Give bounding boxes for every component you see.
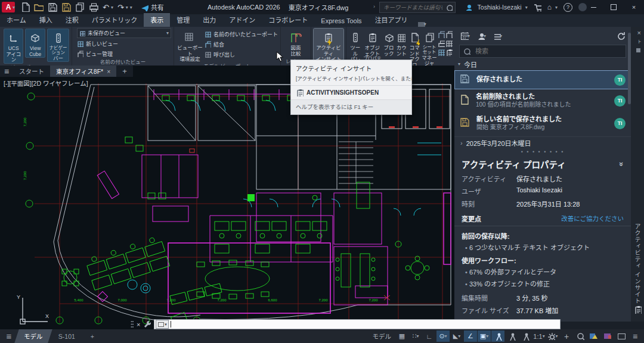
tab-manage[interactable]: 管理: [170, 13, 196, 27]
palette-extra-icon-6[interactable]: [445, 49, 453, 56]
annotation-autoscale-toggle[interactable]: [505, 330, 518, 342]
tab-home[interactable]: ホーム: [0, 13, 33, 27]
date-filter-button[interactable]: ▾: [460, 32, 470, 40]
command-grip-icon[interactable]: [131, 320, 134, 328]
command-customize-wrench-icon[interactable]: [143, 320, 151, 328]
scale-value-button[interactable]: 1:1▾: [532, 330, 546, 342]
palette-search[interactable]: [459, 45, 626, 58]
signin-user-icon[interactable]: [465, 4, 472, 11]
tab-express-tools[interactable]: Express Tools: [314, 15, 368, 27]
command-input[interactable]: ▾: [154, 319, 561, 329]
named-viewports-button[interactable]: 名前の付いたビューポート: [205, 30, 278, 39]
palette-properties-icon[interactable]: [636, 48, 640, 52]
annotation-visibility-toggle[interactable]: [491, 330, 504, 342]
open-folder-icon[interactable]: [34, 2, 44, 12]
tab-annotate[interactable]: 注釈: [59, 13, 85, 27]
annotation-scale-button[interactable]: [519, 330, 532, 342]
ribbon-display-toggle[interactable]: ▾: [418, 21, 426, 27]
collapse-section-icon[interactable]: »: [617, 161, 626, 166]
layout-tab-model[interactable]: モデル: [14, 329, 52, 343]
restore-button[interactable]: [603, 0, 624, 14]
drawing-compare-button[interactable]: 図面比較: [283, 29, 308, 57]
isolate-objects-button[interactable]: [574, 330, 587, 342]
activity-item-saved-as[interactable]: 新しい名前で保存されました 開始 東京オフィス8F.dwg TI: [454, 112, 631, 135]
tab-output[interactable]: 出力: [196, 13, 222, 27]
viewport-controls-label[interactable]: [-][平面図][2D ワイヤフレーム]: [4, 79, 88, 88]
view-manager-button[interactable]: ビュー管理: [77, 49, 113, 58]
tab-parametric[interactable]: パラメトリック: [85, 13, 144, 27]
save-icon[interactable]: [48, 2, 57, 12]
ortho-mode-toggle[interactable]: ∟: [423, 330, 436, 342]
palette-extra-icon-4[interactable]: [445, 31, 453, 38]
view-dropdown[interactable]: 未保存のビュー ▾: [77, 28, 171, 38]
snap-mode-toggle[interactable]: ∷▾: [409, 330, 422, 342]
status-bar-menu-icon[interactable]: ≡: [628, 330, 642, 342]
redo-chevron-icon[interactable]: ▾: [126, 5, 128, 10]
model-space-label[interactable]: モデル: [373, 332, 392, 341]
tab-insert[interactable]: 挿入: [33, 13, 59, 27]
autodesk-menu-chevron-icon[interactable]: ▾: [555, 5, 558, 10]
file-tab-start[interactable]: スタート: [13, 66, 50, 77]
ucs-icon-button[interactable]: UCSアイコン: [4, 29, 23, 64]
batch-plot-icon[interactable]: [75, 2, 85, 12]
layout-tab-s101[interactable]: S-101: [49, 329, 85, 343]
grid-display-toggle[interactable]: ▦: [395, 330, 408, 342]
minimize-button[interactable]: [583, 0, 603, 14]
refresh-button[interactable]: [617, 32, 625, 40]
tab-addins[interactable]: アドイン: [222, 13, 262, 27]
palette-extra-icon-3[interactable]: [438, 49, 445, 56]
clean-screen-button[interactable]: [615, 330, 628, 342]
activity-insights-button[interactable]: アクティビティインサイト: [314, 29, 343, 63]
app-store-cart-icon[interactable]: [534, 4, 541, 11]
close-button[interactable]: ×: [624, 0, 644, 14]
viewport-configuration-button[interactable]: ビューポート環境設定: [177, 29, 203, 63]
event-filter-button[interactable]: ▾: [493, 32, 502, 40]
file-tab-document[interactable]: 東京オフィス8F* ×: [50, 66, 116, 77]
activity-item-purged[interactable]: 名前削除されました 100 個の項目が名前削除されました TI: [454, 89, 631, 112]
search-icon[interactable]: [446, 4, 453, 11]
count-palette-button[interactable]: カウント: [395, 29, 407, 57]
join-viewports-button[interactable]: 結合: [205, 40, 278, 49]
activity-item-saved[interactable]: 保存されました TI: [454, 70, 631, 89]
help-icon[interactable]: ?: [564, 3, 572, 12]
palette-extra-icon-2[interactable]: [438, 40, 445, 47]
workspace-switching-button[interactable]: ▾: [546, 330, 559, 342]
sheet-set-manager-button[interactable]: シート セットマネージャ: [422, 29, 437, 67]
polar-tracking-toggle[interactable]: ⊙▾: [436, 330, 450, 342]
tab-collaborate[interactable]: コラボレート: [262, 13, 314, 27]
user-name[interactable]: Toshiaki-Isezaki: [478, 4, 522, 11]
file-tab-close-icon[interactable]: ×: [107, 68, 110, 75]
recent-commands-button[interactable]: ▾: [156, 320, 169, 329]
object-snap-tracking-toggle[interactable]: ∠: [464, 330, 477, 342]
file-tab-menu-icon[interactable]: ≡: [0, 66, 13, 77]
app-menu-chevron-icon[interactable]: ▾: [13, 5, 15, 10]
file-tab-new-icon[interactable]: +: [116, 66, 133, 77]
palette-extra-icon-5[interactable]: [445, 40, 453, 47]
graphics-performance-button[interactable]: [587, 330, 600, 342]
palette-scrollbar[interactable]: [628, 33, 631, 104]
undo-icon[interactable]: ↶: [103, 4, 109, 11]
share-button[interactable]: 共有: [141, 2, 164, 12]
customization-button[interactable]: +: [560, 330, 573, 342]
palette-close-icon[interactable]: ×: [637, 29, 641, 36]
restore-viewports-button[interactable]: 呼び出し: [205, 50, 278, 59]
hardware-acceleration-button[interactable]: [601, 330, 614, 342]
palette-autohide-icon[interactable]: ⊦: [638, 39, 641, 45]
layout-tab-new-icon[interactable]: +: [81, 329, 104, 343]
view-cube-button[interactable]: ViewCube: [25, 29, 45, 58]
undo-chevron-icon[interactable]: ▾: [111, 5, 113, 10]
palette-extra-icon-1[interactable]: [438, 31, 445, 38]
feedback-link[interactable]: 改善にご協力ください: [561, 214, 624, 223]
user-menu-chevron-icon[interactable]: ▾: [525, 5, 528, 10]
search-input[interactable]: [382, 4, 444, 11]
layout-menu-icon[interactable]: ≡: [2, 330, 16, 342]
autodesk-a-icon[interactable]: ⌂: [547, 3, 552, 11]
save-as-icon[interactable]: [61, 2, 71, 12]
new-file-icon[interactable]: [21, 2, 30, 12]
user-filter-button[interactable]: ▾: [477, 32, 486, 40]
group-today[interactable]: ▾ 今日: [454, 58, 631, 70]
tab-view[interactable]: 表示: [144, 13, 170, 27]
infocenter-search[interactable]: [379, 2, 456, 13]
plot-icon[interactable]: [89, 2, 98, 12]
redo-icon[interactable]: ↷: [117, 4, 124, 11]
